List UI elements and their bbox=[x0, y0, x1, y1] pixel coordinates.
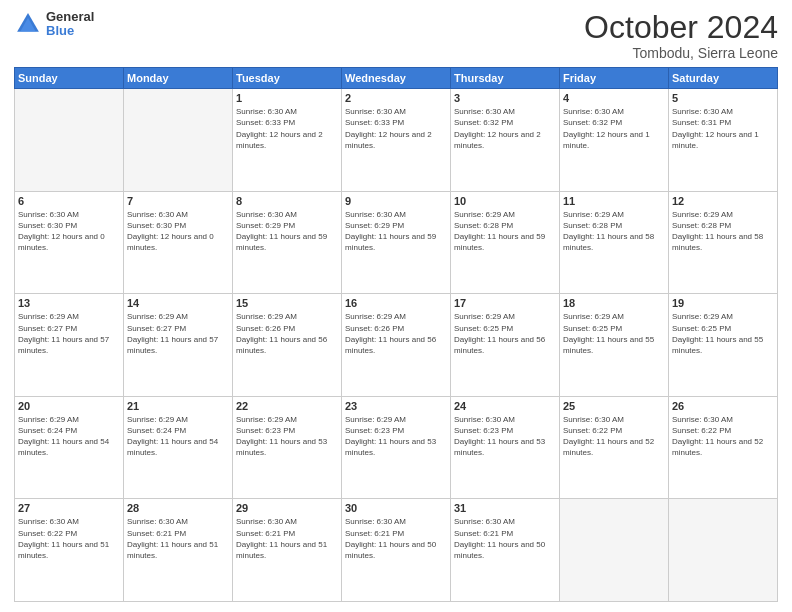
day-number: 31 bbox=[454, 502, 556, 514]
calendar-cell: 10Sunrise: 6:29 AM Sunset: 6:28 PM Dayli… bbox=[451, 191, 560, 294]
weekday-header: Sunday bbox=[15, 68, 124, 89]
weekday-header: Tuesday bbox=[233, 68, 342, 89]
logo-text: General Blue bbox=[46, 10, 94, 39]
day-number: 14 bbox=[127, 297, 229, 309]
day-info: Sunrise: 6:29 AM Sunset: 6:23 PM Dayligh… bbox=[236, 414, 338, 459]
day-info: Sunrise: 6:29 AM Sunset: 6:25 PM Dayligh… bbox=[454, 311, 556, 356]
calendar-cell: 3Sunrise: 6:30 AM Sunset: 6:32 PM Daylig… bbox=[451, 89, 560, 192]
logo-line1: General bbox=[46, 10, 94, 24]
day-number: 16 bbox=[345, 297, 447, 309]
calendar-cell: 25Sunrise: 6:30 AM Sunset: 6:22 PM Dayli… bbox=[560, 396, 669, 499]
day-number: 30 bbox=[345, 502, 447, 514]
month-title: October 2024 bbox=[584, 10, 778, 45]
day-number: 13 bbox=[18, 297, 120, 309]
day-info: Sunrise: 6:29 AM Sunset: 6:27 PM Dayligh… bbox=[18, 311, 120, 356]
calendar-cell: 22Sunrise: 6:29 AM Sunset: 6:23 PM Dayli… bbox=[233, 396, 342, 499]
calendar-cell: 8Sunrise: 6:30 AM Sunset: 6:29 PM Daylig… bbox=[233, 191, 342, 294]
day-info: Sunrise: 6:29 AM Sunset: 6:25 PM Dayligh… bbox=[672, 311, 774, 356]
day-number: 22 bbox=[236, 400, 338, 412]
day-number: 21 bbox=[127, 400, 229, 412]
day-info: Sunrise: 6:30 AM Sunset: 6:32 PM Dayligh… bbox=[563, 106, 665, 151]
day-number: 28 bbox=[127, 502, 229, 514]
calendar-cell: 16Sunrise: 6:29 AM Sunset: 6:26 PM Dayli… bbox=[342, 294, 451, 397]
calendar-cell: 20Sunrise: 6:29 AM Sunset: 6:24 PM Dayli… bbox=[15, 396, 124, 499]
day-info: Sunrise: 6:30 AM Sunset: 6:29 PM Dayligh… bbox=[236, 209, 338, 254]
calendar-cell: 26Sunrise: 6:30 AM Sunset: 6:22 PM Dayli… bbox=[669, 396, 778, 499]
weekday-header: Saturday bbox=[669, 68, 778, 89]
header: General Blue October 2024 Tombodu, Sierr… bbox=[14, 10, 778, 61]
page: General Blue October 2024 Tombodu, Sierr… bbox=[0, 0, 792, 612]
calendar-cell: 31Sunrise: 6:30 AM Sunset: 6:21 PM Dayli… bbox=[451, 499, 560, 602]
calendar-cell: 24Sunrise: 6:30 AM Sunset: 6:23 PM Dayli… bbox=[451, 396, 560, 499]
calendar-cell bbox=[560, 499, 669, 602]
calendar-cell: 15Sunrise: 6:29 AM Sunset: 6:26 PM Dayli… bbox=[233, 294, 342, 397]
calendar-table: SundayMondayTuesdayWednesdayThursdayFrid… bbox=[14, 67, 778, 602]
day-info: Sunrise: 6:30 AM Sunset: 6:21 PM Dayligh… bbox=[236, 516, 338, 561]
calendar-cell: 29Sunrise: 6:30 AM Sunset: 6:21 PM Dayli… bbox=[233, 499, 342, 602]
day-info: Sunrise: 6:30 AM Sunset: 6:22 PM Dayligh… bbox=[563, 414, 665, 459]
day-number: 7 bbox=[127, 195, 229, 207]
weekday-header: Monday bbox=[124, 68, 233, 89]
logo: General Blue bbox=[14, 10, 94, 39]
day-number: 23 bbox=[345, 400, 447, 412]
day-info: Sunrise: 6:30 AM Sunset: 6:21 PM Dayligh… bbox=[454, 516, 556, 561]
day-number: 1 bbox=[236, 92, 338, 104]
day-number: 29 bbox=[236, 502, 338, 514]
calendar-cell: 23Sunrise: 6:29 AM Sunset: 6:23 PM Dayli… bbox=[342, 396, 451, 499]
calendar-cell: 27Sunrise: 6:30 AM Sunset: 6:22 PM Dayli… bbox=[15, 499, 124, 602]
day-number: 18 bbox=[563, 297, 665, 309]
day-number: 26 bbox=[672, 400, 774, 412]
calendar-cell: 17Sunrise: 6:29 AM Sunset: 6:25 PM Dayli… bbox=[451, 294, 560, 397]
weekday-header: Thursday bbox=[451, 68, 560, 89]
day-number: 8 bbox=[236, 195, 338, 207]
day-number: 11 bbox=[563, 195, 665, 207]
location: Tombodu, Sierra Leone bbox=[584, 45, 778, 61]
day-number: 15 bbox=[236, 297, 338, 309]
day-info: Sunrise: 6:30 AM Sunset: 6:29 PM Dayligh… bbox=[345, 209, 447, 254]
day-info: Sunrise: 6:29 AM Sunset: 6:23 PM Dayligh… bbox=[345, 414, 447, 459]
title-block: October 2024 Tombodu, Sierra Leone bbox=[584, 10, 778, 61]
calendar-cell: 18Sunrise: 6:29 AM Sunset: 6:25 PM Dayli… bbox=[560, 294, 669, 397]
day-number: 24 bbox=[454, 400, 556, 412]
day-number: 25 bbox=[563, 400, 665, 412]
day-info: Sunrise: 6:30 AM Sunset: 6:22 PM Dayligh… bbox=[672, 414, 774, 459]
day-info: Sunrise: 6:30 AM Sunset: 6:23 PM Dayligh… bbox=[454, 414, 556, 459]
day-number: 2 bbox=[345, 92, 447, 104]
calendar-cell bbox=[124, 89, 233, 192]
day-info: Sunrise: 6:30 AM Sunset: 6:33 PM Dayligh… bbox=[345, 106, 447, 151]
day-number: 20 bbox=[18, 400, 120, 412]
calendar-cell: 1Sunrise: 6:30 AM Sunset: 6:33 PM Daylig… bbox=[233, 89, 342, 192]
day-number: 9 bbox=[345, 195, 447, 207]
day-info: Sunrise: 6:29 AM Sunset: 6:26 PM Dayligh… bbox=[345, 311, 447, 356]
calendar-cell: 19Sunrise: 6:29 AM Sunset: 6:25 PM Dayli… bbox=[669, 294, 778, 397]
day-info: Sunrise: 6:30 AM Sunset: 6:21 PM Dayligh… bbox=[345, 516, 447, 561]
calendar-cell: 4Sunrise: 6:30 AM Sunset: 6:32 PM Daylig… bbox=[560, 89, 669, 192]
calendar-cell bbox=[15, 89, 124, 192]
day-info: Sunrise: 6:30 AM Sunset: 6:21 PM Dayligh… bbox=[127, 516, 229, 561]
calendar-cell: 7Sunrise: 6:30 AM Sunset: 6:30 PM Daylig… bbox=[124, 191, 233, 294]
calendar-cell: 12Sunrise: 6:29 AM Sunset: 6:28 PM Dayli… bbox=[669, 191, 778, 294]
day-info: Sunrise: 6:30 AM Sunset: 6:33 PM Dayligh… bbox=[236, 106, 338, 151]
calendar-cell: 14Sunrise: 6:29 AM Sunset: 6:27 PM Dayli… bbox=[124, 294, 233, 397]
logo-line2: Blue bbox=[46, 24, 94, 38]
day-info: Sunrise: 6:29 AM Sunset: 6:26 PM Dayligh… bbox=[236, 311, 338, 356]
day-info: Sunrise: 6:29 AM Sunset: 6:25 PM Dayligh… bbox=[563, 311, 665, 356]
calendar-cell bbox=[669, 499, 778, 602]
day-info: Sunrise: 6:30 AM Sunset: 6:30 PM Dayligh… bbox=[18, 209, 120, 254]
calendar-cell: 30Sunrise: 6:30 AM Sunset: 6:21 PM Dayli… bbox=[342, 499, 451, 602]
day-info: Sunrise: 6:29 AM Sunset: 6:28 PM Dayligh… bbox=[563, 209, 665, 254]
day-number: 6 bbox=[18, 195, 120, 207]
day-number: 27 bbox=[18, 502, 120, 514]
day-number: 19 bbox=[672, 297, 774, 309]
calendar-cell: 6Sunrise: 6:30 AM Sunset: 6:30 PM Daylig… bbox=[15, 191, 124, 294]
day-number: 17 bbox=[454, 297, 556, 309]
day-info: Sunrise: 6:30 AM Sunset: 6:22 PM Dayligh… bbox=[18, 516, 120, 561]
day-number: 5 bbox=[672, 92, 774, 104]
day-info: Sunrise: 6:30 AM Sunset: 6:31 PM Dayligh… bbox=[672, 106, 774, 151]
calendar-cell: 9Sunrise: 6:30 AM Sunset: 6:29 PM Daylig… bbox=[342, 191, 451, 294]
calendar-cell: 11Sunrise: 6:29 AM Sunset: 6:28 PM Dayli… bbox=[560, 191, 669, 294]
weekday-header: Wednesday bbox=[342, 68, 451, 89]
day-info: Sunrise: 6:29 AM Sunset: 6:28 PM Dayligh… bbox=[454, 209, 556, 254]
day-number: 3 bbox=[454, 92, 556, 104]
calendar-cell: 2Sunrise: 6:30 AM Sunset: 6:33 PM Daylig… bbox=[342, 89, 451, 192]
